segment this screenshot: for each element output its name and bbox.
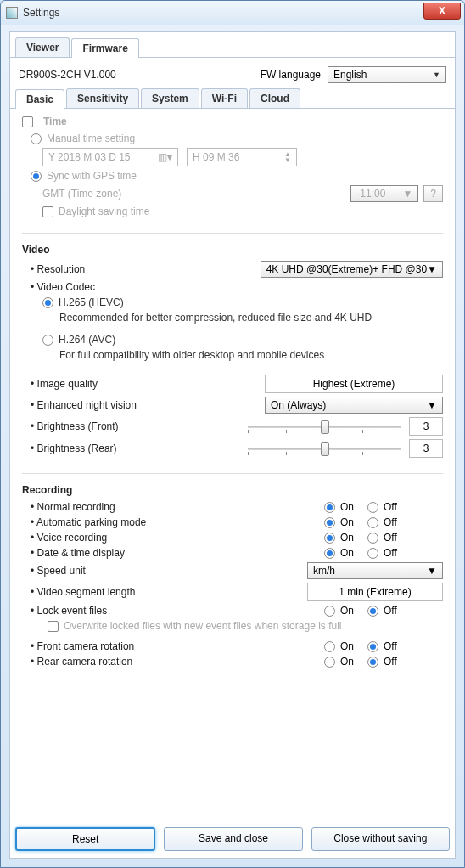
- recording-heading: Recording: [22, 484, 72, 496]
- date-value: Y 2018 M 03 D 15: [48, 151, 131, 163]
- close-button[interactable]: X: [423, 3, 461, 20]
- fw-language-label: FW language: [261, 69, 321, 81]
- window-title: Settings: [23, 7, 59, 19]
- night-vision-label: Enhanced night vision: [31, 399, 137, 411]
- lock-event-off[interactable]: Off: [367, 605, 397, 617]
- auto-parking-on[interactable]: On: [324, 516, 354, 528]
- front-rotation-on[interactable]: On: [324, 640, 354, 652]
- speed-unit-label: Speed unit: [31, 565, 86, 577]
- rear-rotation-label: Rear camera rotation: [31, 656, 132, 668]
- time-field: H 09 M 36 ▲▼: [187, 148, 297, 166]
- gmt-label: GMT (Time zone): [42, 188, 121, 200]
- h265-desc: Recommended for better compression, redu…: [59, 312, 372, 324]
- fw-language-value: English: [333, 69, 367, 81]
- gmt-select: -11:00 ▼: [350, 185, 418, 202]
- normal-recording-label: Normal recording: [31, 501, 115, 513]
- brightness-rear-label: Brightness (Rear): [31, 442, 117, 454]
- segment-length-label: Video segment length: [31, 586, 135, 598]
- normal-recording-off[interactable]: Off: [367, 501, 397, 513]
- video-heading: Video: [22, 244, 49, 256]
- resolution-select[interactable]: 4K UHD @30(Extreme)+ FHD @30 ▼: [261, 261, 443, 278]
- dst-label: Daylight saving time: [59, 206, 149, 217]
- normal-recording-on[interactable]: On: [324, 501, 354, 513]
- h264-radio[interactable]: [42, 335, 53, 346]
- front-rotation-off[interactable]: Off: [367, 640, 397, 652]
- tab-firmware[interactable]: Firmware: [71, 38, 138, 58]
- subtab-sensitivity[interactable]: Sensitivity: [66, 88, 139, 108]
- h264-label: H.264 (AVC): [59, 334, 115, 346]
- time-value: H 09 M 36: [193, 151, 239, 163]
- sync-gps-label: Sync with GPS time: [47, 170, 137, 182]
- date-field: Y 2018 M 03 D 15 ▥▾: [42, 148, 178, 166]
- overwrite-check: [48, 621, 59, 632]
- resolution-value: 4K UHD @30(Extreme)+ FHD @30: [266, 263, 427, 275]
- image-quality-label: Image quality: [31, 378, 98, 390]
- datetime-display-label: Date & time display: [31, 547, 125, 559]
- chevron-down-icon: ▼: [402, 188, 412, 200]
- auto-parking-off[interactable]: Off: [367, 516, 397, 528]
- brightness-front-label: Brightness (Front): [31, 420, 119, 432]
- auto-parking-label: Automatic parking mode: [31, 516, 146, 528]
- voice-recording-off[interactable]: Off: [367, 532, 397, 544]
- subtab-cloud[interactable]: Cloud: [249, 88, 300, 108]
- h265-radio[interactable]: [42, 297, 53, 308]
- close-without-saving-button[interactable]: Close without saving: [311, 827, 450, 851]
- voice-recording-on[interactable]: On: [324, 532, 354, 544]
- manual-time-radio: [31, 133, 42, 144]
- speed-unit-value: km/h: [313, 565, 335, 577]
- front-rotation-label: Front camera rotation: [31, 640, 134, 652]
- rear-rotation-on[interactable]: On: [324, 656, 354, 668]
- sync-gps-radio: [31, 171, 42, 182]
- chevron-down-icon: ▼: [427, 565, 437, 577]
- datetime-display-on[interactable]: On: [324, 547, 354, 559]
- image-quality-value: Highest (Extreme): [265, 375, 443, 393]
- brightness-front-value: 3: [409, 417, 443, 436]
- dst-check: [42, 206, 53, 217]
- overwrite-label: Overwrite locked files with new event fi…: [64, 620, 341, 632]
- gmt-value: -11:00: [356, 188, 385, 200]
- resolution-label: Resolution: [31, 263, 85, 275]
- fw-language-select[interactable]: English ▼: [328, 66, 446, 83]
- night-vision-value: On (Always): [271, 399, 326, 411]
- h265-label: H.265 (HEVC): [59, 296, 124, 308]
- time-heading: Time: [43, 116, 67, 127]
- reset-button[interactable]: Reset: [15, 827, 155, 851]
- segment-length-value: 1 min (Extreme): [307, 583, 443, 601]
- brightness-front-slider[interactable]: [248, 419, 401, 434]
- tab-viewer[interactable]: Viewer: [15, 37, 70, 57]
- calendar-icon: ▥▾: [158, 151, 172, 163]
- speed-unit-select[interactable]: km/h ▼: [307, 562, 443, 579]
- brightness-rear-slider[interactable]: [248, 441, 401, 456]
- subtab-wifi[interactable]: Wi-Fi: [201, 88, 248, 108]
- voice-recording-label: Voice recording: [31, 532, 107, 544]
- subtab-basic[interactable]: Basic: [15, 89, 64, 109]
- datetime-display-off[interactable]: Off: [367, 547, 397, 559]
- lock-event-label: Lock event files: [31, 605, 107, 617]
- gmt-help-button: ?: [423, 185, 443, 202]
- codec-label: Video Codec: [31, 281, 95, 293]
- manual-time-label: Manual time setting: [47, 132, 135, 144]
- app-icon: [6, 7, 18, 19]
- brightness-rear-value: 3: [409, 439, 443, 458]
- rear-rotation-off[interactable]: Off: [367, 656, 397, 668]
- spinner-icon: ▲▼: [284, 151, 291, 163]
- time-enable-check[interactable]: [22, 116, 33, 127]
- chevron-down-icon: ▼: [433, 70, 440, 79]
- lock-event-on[interactable]: On: [324, 605, 354, 617]
- model-version: DR900S-2CH V1.000: [19, 69, 116, 81]
- chevron-down-icon: ▼: [427, 399, 437, 411]
- subtab-system[interactable]: System: [141, 88, 199, 108]
- night-vision-select[interactable]: On (Always) ▼: [265, 397, 443, 414]
- h264-desc: For full compatibility with older deskto…: [59, 349, 324, 361]
- chevron-down-icon: ▼: [427, 263, 437, 275]
- save-close-button[interactable]: Save and close: [164, 827, 302, 851]
